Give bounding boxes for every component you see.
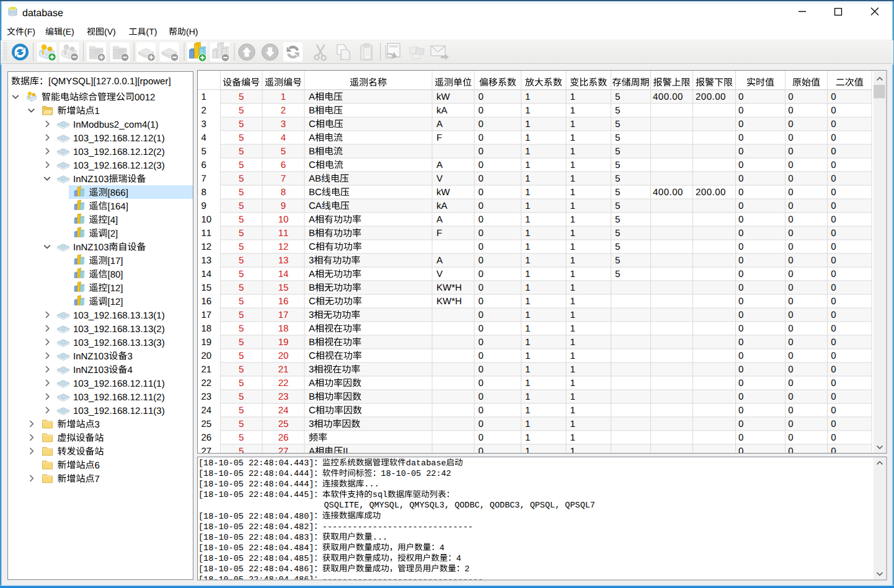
svg-text:5: 5 [239, 214, 244, 225]
svg-text:0: 0 [788, 405, 793, 416]
svg-text:0: 0 [788, 92, 793, 102]
svg-text:5: 5 [239, 392, 244, 402]
svg-text:0: 0 [831, 432, 836, 443]
svg-text:(H): (H) [186, 27, 198, 37]
svg-text:0: 0 [479, 419, 484, 429]
svg-text:B: B [309, 283, 315, 293]
svg-text:database: database [406, 459, 446, 468]
svg-text:kA: kA [436, 201, 448, 211]
svg-text:V: V [436, 173, 443, 184]
svg-text:5: 5 [615, 173, 620, 184]
svg-text:0: 0 [788, 242, 793, 252]
svg-text:[866]: [866] [108, 188, 128, 198]
svg-text:0: 0 [788, 296, 793, 307]
svg-text:0: 0 [479, 310, 484, 320]
svg-text:0: 0 [738, 92, 743, 102]
svg-text:3: 3 [309, 419, 314, 429]
svg-text:5: 5 [239, 323, 244, 334]
svg-text:2: 2 [281, 105, 286, 116]
svg-text:5: 5 [615, 92, 620, 102]
svg-text:A: A [309, 378, 315, 388]
svg-text:14: 14 [278, 269, 289, 279]
svg-text:5: 5 [239, 405, 244, 416]
svg-text:0: 0 [831, 405, 836, 416]
svg-text:[18-10-05 22:48:04.484]: [18-10-05 22:48:04.484] [198, 544, 314, 553]
svg-text:0: 0 [738, 255, 743, 266]
svg-text:1: 1 [570, 283, 575, 293]
svg-text:0: 0 [788, 419, 793, 429]
svg-text:1: 1 [570, 119, 575, 129]
svg-text:0: 0 [738, 228, 743, 239]
svg-text:0: 0 [831, 228, 836, 239]
svg-text:InNZ103: InNZ103 [73, 351, 109, 362]
svg-text:1: 1 [525, 337, 530, 348]
svg-text:CA: CA [309, 201, 322, 211]
svg-text:A: A [309, 133, 315, 143]
svg-text:0: 0 [479, 133, 484, 143]
svg-text:0: 0 [788, 187, 793, 198]
svg-text:5: 5 [615, 160, 620, 170]
svg-text:103_192.168.13.13(3): 103_192.168.13.13(3) [73, 338, 165, 348]
svg-text:...: ... [373, 533, 387, 543]
svg-text:103_192.168.12.11(1): 103_192.168.12.11(1) [73, 379, 165, 389]
svg-text:1: 1 [525, 351, 530, 361]
svg-text:1: 1 [525, 405, 530, 416]
svg-text:1: 1 [525, 146, 530, 157]
svg-text:0: 0 [788, 283, 793, 293]
svg-text:5: 5 [615, 105, 620, 116]
svg-text:(V): (V) [104, 27, 116, 37]
svg-text:0: 0 [738, 105, 743, 116]
svg-text:1: 1 [525, 214, 530, 225]
svg-text:[18-10-05 22:48:04.444]: [18-10-05 22:48:04.444] [198, 480, 314, 489]
svg-text:0: 0 [738, 378, 743, 388]
svg-text:0: 0 [479, 92, 484, 102]
svg-text:0: 0 [831, 173, 836, 184]
svg-text:[4]: [4] [108, 215, 118, 226]
svg-text:0: 0 [738, 364, 743, 375]
svg-text:0: 0 [831, 133, 836, 143]
svg-text:...: ... [364, 480, 379, 489]
svg-text:0: 0 [788, 146, 793, 157]
svg-text:9: 9 [281, 201, 286, 211]
svg-text:0: 0 [788, 119, 793, 129]
svg-text:0: 0 [738, 337, 743, 348]
svg-text:[80]: [80] [108, 270, 123, 280]
svg-text:1: 1 [525, 173, 530, 184]
svg-text:0: 0 [479, 283, 484, 293]
svg-text:26: 26 [278, 432, 289, 443]
svg-text:103_192.168.13.13(1): 103_192.168.13.13(1) [73, 310, 165, 321]
svg-text:[18-10-05 22:48:04.485]: [18-10-05 22:48:04.485] [198, 555, 314, 564]
svg-text:3: 3 [95, 419, 100, 430]
svg-text:14: 14 [201, 269, 212, 279]
svg-text:0: 0 [479, 173, 484, 184]
svg-text:103_192.168.12.11(3): 103_192.168.12.11(3) [73, 406, 165, 416]
svg-text:16: 16 [201, 296, 212, 307]
svg-text:200.00: 200.00 [696, 92, 726, 102]
svg-text:kA: kA [436, 105, 448, 116]
svg-text:400.00: 400.00 [653, 187, 683, 198]
svg-text:A: A [436, 255, 443, 266]
svg-text:20: 20 [201, 351, 212, 361]
svg-text:1: 1 [570, 364, 575, 375]
svg-text:13: 13 [278, 255, 289, 266]
svg-text:0: 0 [831, 419, 836, 429]
svg-text:0: 0 [788, 310, 793, 320]
svg-text:C: C [309, 119, 316, 129]
svg-text:(F): (F) [24, 27, 35, 37]
svg-text:0: 0 [788, 105, 793, 116]
svg-text:[17]: [17] [108, 256, 123, 266]
svg-text:11: 11 [201, 228, 212, 239]
svg-text:KW*H: KW*H [436, 283, 462, 293]
svg-text:15: 15 [201, 283, 212, 293]
svg-text:4: 4 [201, 133, 206, 143]
svg-text:0: 0 [479, 323, 484, 334]
svg-text:103_192.168.12.11(2): 103_192.168.12.11(2) [73, 392, 165, 403]
svg-text:5: 5 [239, 119, 244, 129]
svg-text:0: 0 [788, 432, 793, 443]
svg-text:103_192.168.12.12(1): 103_192.168.12.12(1) [73, 133, 165, 144]
svg-text:0: 0 [479, 119, 484, 129]
svg-text:0: 0 [788, 173, 793, 184]
svg-text:19: 19 [278, 337, 289, 348]
svg-text:400.00: 400.00 [653, 92, 683, 102]
svg-text:6: 6 [281, 160, 286, 170]
